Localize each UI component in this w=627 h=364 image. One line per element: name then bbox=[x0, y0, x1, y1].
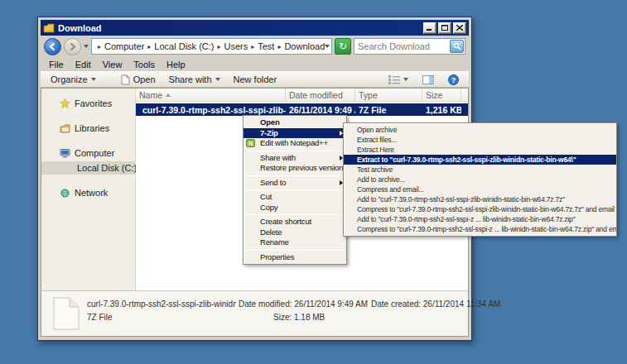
details-file-type: 7Z File bbox=[87, 313, 113, 322]
column-headers: Name Date modified Type Size bbox=[136, 89, 468, 102]
navigation-pane: Favorites Libraries Computer Local Disk … bbox=[41, 89, 136, 292]
change-view-button[interactable] bbox=[383, 74, 413, 86]
search-button[interactable] bbox=[450, 40, 464, 53]
window-title: Download bbox=[58, 23, 423, 33]
column-header-type[interactable]: Type bbox=[355, 89, 422, 101]
forward-icon bbox=[68, 42, 77, 51]
context-menu: Open 7-Zip N Edit with Notepad++ Share w… bbox=[243, 115, 347, 265]
forward-button[interactable] bbox=[64, 38, 81, 55]
menu-view[interactable]: View bbox=[98, 59, 128, 70]
submenu-item-compress-to-7z-and-email[interactable]: Compress to "curl-7.39.0-rtmp-ssh2-ssl-s… bbox=[344, 204, 616, 214]
help-button[interactable]: ? bbox=[443, 73, 464, 87]
menu-help[interactable]: Help bbox=[162, 59, 191, 70]
submenu-item-extract-to[interactable]: Extract to "curl-7.39.0-rtmp-ssh2-ssl-ss… bbox=[344, 155, 616, 165]
search-box bbox=[354, 38, 465, 55]
menu-separator bbox=[245, 151, 345, 151]
submenu-item-compress-to-zip-and-email[interactable]: Compress to "curl-7.39.0-rtmp-ssh2-ssl-s… bbox=[344, 224, 616, 234]
address-bar: ▸ Computer ▸ Local Disk (C:) ▸ Users ▸ T… bbox=[41, 36, 469, 57]
document-icon bbox=[121, 74, 130, 85]
breadcrumb-item-test[interactable]: Test bbox=[258, 41, 274, 51]
new-folder-button[interactable]: New folder bbox=[229, 73, 282, 86]
submenu-item-add-to-7z[interactable]: Add to "curl-7.39.0-rtmp-ssh2-ssl-sspi-z… bbox=[344, 194, 616, 204]
context-menu-item-delete[interactable]: Delete bbox=[244, 228, 346, 238]
history-dropdown-icon[interactable] bbox=[84, 45, 89, 48]
menu-edit[interactable]: Edit bbox=[70, 59, 96, 70]
breadcrumb-separator-icon: ▸ bbox=[251, 43, 254, 50]
folder-icon bbox=[43, 23, 55, 33]
sidebar-item-network[interactable]: Network bbox=[41, 186, 135, 199]
refresh-button[interactable]: ↻ bbox=[335, 38, 351, 55]
sidebar-item-favorites[interactable]: Favorites bbox=[41, 97, 135, 110]
context-menu-item-create-shortcut[interactable]: Create shortcut bbox=[244, 217, 346, 228]
sidebar-item-libraries[interactable]: Libraries bbox=[41, 122, 135, 135]
file-name-cell: curl-7.39.0-rtmp-ssh2-ssl-sspi-zlib-wini… bbox=[136, 105, 286, 115]
context-menu-item-properties[interactable]: Properties bbox=[244, 252, 346, 263]
maximize-icon bbox=[441, 25, 448, 31]
column-header-size[interactable]: Size bbox=[422, 89, 461, 101]
column-header-date-modified[interactable]: Date modified bbox=[286, 89, 355, 101]
search-input[interactable] bbox=[354, 41, 450, 51]
context-menu-item-share-with[interactable]: Share with bbox=[244, 153, 346, 164]
preview-pane-button[interactable] bbox=[417, 74, 439, 86]
column-header-name[interactable]: Name bbox=[136, 89, 286, 101]
submenu-item-add-to-zip[interactable]: Add to "curl-7.39.0-rtmp-ssh2-ssl-sspi-z… bbox=[344, 214, 616, 224]
star-icon bbox=[60, 98, 70, 108]
menu-file[interactable]: File bbox=[44, 59, 69, 70]
breadcrumb-separator-icon: ▸ bbox=[277, 43, 281, 50]
refresh-icon: ↻ bbox=[339, 41, 347, 52]
breadcrumb-item-download[interactable]: Download bbox=[284, 41, 325, 51]
close-icon bbox=[456, 25, 463, 31]
context-menu-item-copy[interactable]: Copy bbox=[244, 203, 346, 213]
breadcrumb[interactable]: ▸ Computer ▸ Local Disk (C:) ▸ Users ▸ T… bbox=[91, 38, 332, 55]
computer-icon bbox=[60, 149, 70, 158]
sidebar-item-computer[interactable]: Computer bbox=[41, 146, 135, 160]
notepadpp-icon: N bbox=[246, 139, 255, 147]
context-menu-item-edit-with-notepadpp[interactable]: N Edit with Notepad++ bbox=[244, 138, 346, 149]
submenu-item-test-archive[interactable]: Test archive bbox=[344, 165, 616, 175]
list-view-icon bbox=[388, 75, 400, 84]
back-button[interactable] bbox=[44, 38, 61, 55]
svg-text:?: ? bbox=[451, 75, 456, 84]
context-menu-item-restore-previous-versions[interactable]: Restore previous versions bbox=[244, 163, 346, 174]
breadcrumb-separator-icon: ▸ bbox=[217, 43, 220, 50]
details-file-name: curl-7.39.0-rtmp-ssh2-ssl-sspi-zlib-wini… bbox=[87, 299, 236, 309]
file-row[interactable]: curl-7.39.0-rtmp-ssh2-ssl-sspi-zlib-wini… bbox=[136, 103, 468, 116]
details-date-modified: Date modified: 26/11/2014 9:49 AM bbox=[239, 299, 368, 309]
maximize-button[interactable] bbox=[438, 22, 451, 34]
minimize-icon bbox=[427, 25, 433, 31]
breadcrumb-separator-icon: ▸ bbox=[147, 43, 151, 50]
submenu-item-open-archive[interactable]: Open archive bbox=[344, 125, 616, 135]
organize-button[interactable]: Organize bbox=[46, 73, 101, 86]
file-type-cell: 7Z File bbox=[355, 105, 422, 115]
address-dropdown-icon[interactable] bbox=[325, 45, 330, 48]
file-size-cell: 1,216 KB bbox=[422, 105, 461, 115]
search-icon bbox=[453, 42, 461, 50]
details-pane: curl-7.39.0-rtmp-ssh2-ssl-sspi-zlib-wini… bbox=[41, 290, 469, 337]
context-menu-item-open[interactable]: Open bbox=[244, 117, 346, 128]
details-date-created: Date created: 26/11/2014 11:34 AM bbox=[371, 299, 500, 309]
breadcrumb-item-local-disk[interactable]: Local Disk (C:) bbox=[154, 41, 214, 51]
submenu-item-add-to-archive[interactable]: Add to archive... bbox=[344, 175, 616, 184]
context-menu-item-rename[interactable]: Rename bbox=[244, 237, 346, 248]
dropdown-arrow-icon bbox=[91, 78, 96, 81]
minimize-button[interactable] bbox=[423, 22, 436, 34]
sort-ascending-icon bbox=[166, 93, 171, 97]
submenu-item-compress-and-email[interactable]: Compress and email... bbox=[344, 184, 616, 194]
libraries-icon bbox=[60, 124, 70, 133]
breadcrumb-item-computer[interactable]: Computer bbox=[104, 41, 144, 51]
context-menu-item-7zip[interactable]: 7-Zip bbox=[244, 128, 346, 139]
close-button[interactable] bbox=[453, 22, 466, 34]
details-size: Size: 1.18 MB bbox=[273, 313, 325, 322]
menu-tools[interactable]: Tools bbox=[128, 59, 160, 70]
sidebar-item-local-disk-c[interactable]: Local Disk (C:) bbox=[41, 161, 135, 175]
submenu-item-extract-files[interactable]: Extract files... bbox=[344, 135, 616, 145]
file-date-cell: 26/11/2014 9:49 AM bbox=[286, 105, 355, 115]
titlebar[interactable]: Download bbox=[41, 20, 469, 36]
submenu-item-extract-here[interactable]: Extract Here bbox=[344, 145, 616, 155]
share-with-button[interactable]: Share with bbox=[164, 73, 225, 86]
breadcrumb-item-users[interactable]: Users bbox=[224, 41, 248, 51]
help-icon: ? bbox=[448, 74, 459, 85]
context-menu-item-send-to[interactable]: Send to bbox=[244, 178, 346, 189]
open-button[interactable]: Open bbox=[116, 73, 161, 87]
context-menu-item-cut[interactable]: Cut bbox=[244, 192, 346, 203]
